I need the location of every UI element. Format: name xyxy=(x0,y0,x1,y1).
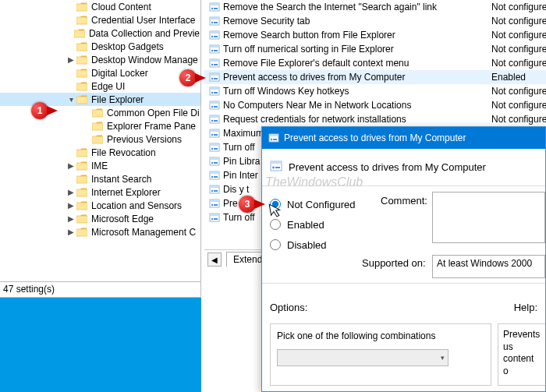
folder-icon xyxy=(76,161,87,171)
expand-icon[interactable]: ▶ xyxy=(66,201,76,210)
tree-item[interactable]: ▶Microsoft Management C xyxy=(0,225,200,238)
svg-point-88 xyxy=(272,167,275,169)
setting-name: Remove Search button from File Explorer xyxy=(223,30,488,41)
tree-item[interactable]: ▶Location and Sensors xyxy=(0,199,200,212)
svg-point-40 xyxy=(211,78,213,79)
tree-item[interactable]: Digital Locker xyxy=(0,66,200,79)
folder-icon xyxy=(76,2,87,12)
policy-dialog: Prevent access to drives from My Compute… xyxy=(261,126,546,392)
tree-item[interactable]: ▾File Explorer xyxy=(0,93,200,106)
setting-name: Turn off Windows Key hotkeys xyxy=(223,86,488,97)
svg-rect-43 xyxy=(210,87,219,90)
svg-rect-15 xyxy=(76,203,87,210)
setting-name: Turn off numerical sorting in File Explo… xyxy=(223,44,488,55)
svg-rect-73 xyxy=(214,190,218,192)
radio-input[interactable] xyxy=(270,239,281,250)
folder-icon xyxy=(76,82,87,91)
setting-name: Prevent access to drives from My Compute… xyxy=(223,72,488,83)
settings-row[interactable]: Remove Search button from File ExplorerN… xyxy=(204,28,546,42)
svg-rect-25 xyxy=(214,22,218,23)
tree-item-label: Previous Versions xyxy=(106,134,183,145)
folder-icon xyxy=(76,148,87,157)
tree-item[interactable]: Credential User Interface xyxy=(0,13,200,26)
policy-icon xyxy=(209,127,220,139)
setting-state: Not configure xyxy=(488,86,546,97)
settings-row[interactable]: Turn off Windows Key hotkeysNot configur… xyxy=(204,84,546,98)
policy-icon xyxy=(209,169,220,182)
supported-on-value: At least Windows 2000 xyxy=(432,255,545,278)
svg-rect-63 xyxy=(210,157,219,160)
tree-item[interactable]: Common Open File Di xyxy=(0,106,200,119)
callout-number: 3 xyxy=(245,199,250,210)
svg-rect-10 xyxy=(92,136,103,143)
folder-icon xyxy=(76,201,87,210)
settings-row[interactable]: Request credentials for network installa… xyxy=(204,112,546,126)
tree-item-label: Location and Sensors xyxy=(90,200,183,211)
svg-point-52 xyxy=(211,120,213,122)
tree-item[interactable]: Cloud Content xyxy=(0,0,200,13)
dialog-titlebar[interactable]: Prevent access to drives from My Compute… xyxy=(262,127,545,149)
radio-label: Not Configured xyxy=(287,199,355,210)
tree-item[interactable]: Instant Search xyxy=(0,172,200,185)
setting-state: Not configure xyxy=(488,16,546,26)
comment-textarea[interactable] xyxy=(432,192,545,243)
tree-item[interactable]: Data Collection and Previe xyxy=(0,26,200,40)
settings-row[interactable]: Prevent access to drives from My Compute… xyxy=(204,70,546,84)
tree-item-label: Microsoft Edge xyxy=(90,214,154,224)
tree-item[interactable]: ▶Microsoft Edge xyxy=(0,212,200,225)
settings-row[interactable]: Remove Security tabNot configure xyxy=(204,14,546,28)
settings-row[interactable]: Remove File Explorer's default context m… xyxy=(204,56,546,70)
settings-row[interactable]: No Computers Near Me in Network Location… xyxy=(204,98,546,112)
expand-icon[interactable]: ▶ xyxy=(66,55,76,64)
tree-item[interactable]: ▶Internet Explorer xyxy=(0,185,200,199)
svg-rect-87 xyxy=(271,161,282,164)
setting-name: Remove Security tab xyxy=(223,16,488,26)
help-panel: Prevents us content o If you ena structu… xyxy=(498,323,546,386)
tree-item[interactable]: Explorer Frame Pane xyxy=(0,119,200,132)
svg-rect-85 xyxy=(273,139,277,140)
folder-icon xyxy=(92,122,103,131)
svg-rect-37 xyxy=(214,64,218,65)
dialog-title: Prevent access to drives from My Compute… xyxy=(284,132,466,143)
svg-rect-59 xyxy=(210,143,219,146)
svg-rect-33 xyxy=(214,50,218,51)
dialog-heading: Prevent access to drives from My Compute… xyxy=(289,161,486,173)
tree-item[interactable]: Edge UI xyxy=(0,79,200,93)
tree-item[interactable]: Previous Versions xyxy=(0,132,200,146)
expand-icon[interactable]: ▾ xyxy=(66,95,76,104)
tree-item[interactable]: ▶Desktop Window Manage xyxy=(0,53,200,66)
expand-icon[interactable]: ▶ xyxy=(66,188,76,196)
options-dropdown[interactable]: ▾ xyxy=(277,349,448,366)
tree-item-label: Internet Explorer xyxy=(90,187,161,198)
expand-icon[interactable]: ▶ xyxy=(66,228,76,236)
svg-point-68 xyxy=(211,176,213,178)
expand-icon[interactable]: ▶ xyxy=(66,214,76,223)
policy-icon xyxy=(209,183,220,196)
radio-label: Enabled xyxy=(287,219,324,231)
tab-nav-left[interactable]: ◀ xyxy=(207,253,222,267)
policy-icon xyxy=(209,1,220,13)
svg-point-72 xyxy=(211,190,213,192)
supported-on-label: Supported on: xyxy=(362,257,426,269)
folder-tree[interactable]: Cloud ContentCredential User InterfaceDa… xyxy=(0,0,200,238)
svg-rect-81 xyxy=(214,218,218,220)
tree-item[interactable]: File Revocation xyxy=(0,146,200,159)
svg-rect-47 xyxy=(210,101,219,104)
svg-rect-7 xyxy=(76,97,87,104)
settings-row[interactable]: Remove the Search the Internet "Search a… xyxy=(204,0,546,14)
tree-item[interactable]: ▶IME xyxy=(0,159,200,172)
folder-icon xyxy=(74,29,85,38)
callout-2: 2 xyxy=(179,69,197,87)
svg-rect-65 xyxy=(214,162,218,164)
policy-icon xyxy=(209,141,220,154)
tree-item[interactable]: Desktop Gadgets xyxy=(0,40,200,53)
policy-icon xyxy=(209,71,220,83)
policy-icon xyxy=(209,29,220,41)
expand-icon[interactable]: ▶ xyxy=(66,161,76,170)
policy-icon xyxy=(270,160,282,175)
folder-icon xyxy=(76,214,87,224)
svg-rect-6 xyxy=(76,83,87,90)
svg-rect-57 xyxy=(214,134,218,136)
svg-rect-11 xyxy=(76,150,87,157)
settings-row[interactable]: Turn off numerical sorting in File Explo… xyxy=(204,42,546,56)
